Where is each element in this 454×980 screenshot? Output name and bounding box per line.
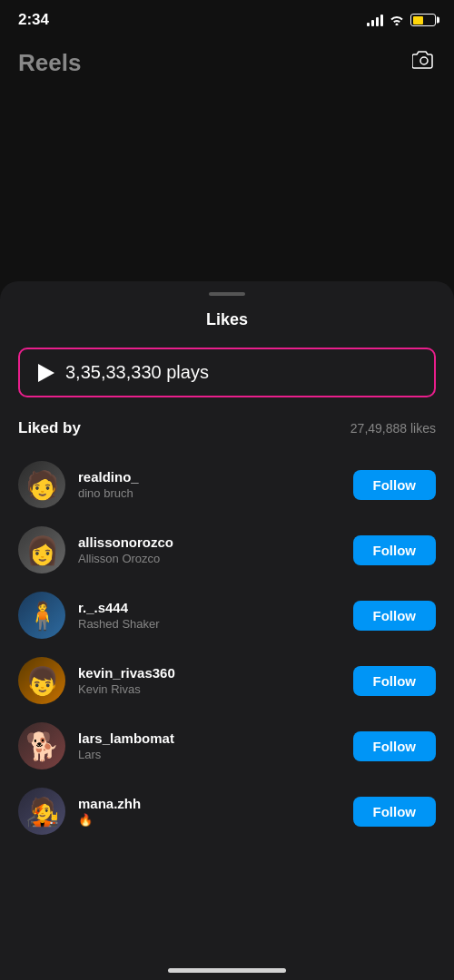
full-name: Rashed Shaker (78, 617, 340, 631)
plays-count: 3,35,33,330 plays (65, 362, 209, 383)
likes-count: 27,49,888 likes (350, 421, 436, 436)
follow-button[interactable]: Follow (353, 470, 437, 500)
page-title: Reels (18, 49, 81, 77)
follow-button[interactable]: Follow (353, 731, 437, 761)
follow-button[interactable]: Follow (353, 601, 437, 631)
list-item: realdino_ dino bruch Follow (0, 452, 454, 517)
camera-icon[interactable] (412, 50, 436, 75)
username: realdino_ (78, 469, 340, 485)
username: kevin_rivas360 (78, 665, 340, 681)
list-item: mana.zhh 🔥 Follow (0, 779, 454, 844)
username: mana.zhh (78, 796, 340, 811)
bottom-sheet: Likes 3,35,33,330 plays Liked by 27,49,8… (0, 281, 454, 980)
username: allissonorozco (78, 534, 340, 550)
full-name: dino bruch (78, 486, 340, 500)
avatar (18, 461, 65, 508)
full-name: Kevin Rivas (78, 682, 340, 696)
avatar (18, 657, 65, 704)
avatar (18, 526, 65, 573)
user-info: allissonorozco Allisson Orozco (78, 534, 340, 565)
user-info: r._.s444 Rashed Shaker (78, 600, 340, 631)
signal-icon (367, 14, 383, 26)
top-bar: Reels (0, 40, 454, 85)
status-icons (367, 13, 436, 28)
user-info: lars_lambomat Lars (78, 730, 340, 761)
svg-point-0 (420, 57, 428, 64)
user-info: mana.zhh 🔥 (78, 796, 340, 827)
wifi-icon (389, 13, 405, 28)
username: lars_lambomat (78, 730, 340, 746)
user-info: kevin_rivas360 Kevin Rivas (78, 665, 340, 696)
avatar (18, 788, 65, 835)
avatar (18, 592, 65, 639)
follow-button[interactable]: Follow (353, 535, 437, 565)
username: r._.s444 (78, 600, 340, 615)
liked-by-row: Liked by 27,49,888 likes (0, 419, 454, 452)
full-name: Lars (78, 748, 340, 761)
list-item: kevin_rivas360 Kevin Rivas Follow (0, 648, 454, 713)
avatar (18, 722, 65, 769)
battery-icon (410, 14, 436, 26)
full-name: 🔥 (78, 813, 340, 827)
status-bar: 2:34 (0, 0, 454, 40)
liked-by-label: Liked by (18, 419, 81, 437)
user-info: realdino_ dino bruch (78, 469, 340, 500)
play-icon (38, 364, 54, 382)
follow-button[interactable]: Follow (353, 666, 437, 696)
list-item: lars_lambomat Lars Follow (0, 713, 454, 779)
follow-button[interactable]: Follow (353, 797, 437, 827)
status-time: 2:34 (18, 11, 49, 29)
home-indicator (168, 968, 286, 973)
drag-handle[interactable] (209, 292, 245, 296)
list-item: r._.s444 Rashed Shaker Follow (0, 583, 454, 648)
sheet-title: Likes (0, 310, 454, 329)
plays-box: 3,35,33,330 plays (18, 348, 436, 397)
full-name: Allisson Orozco (78, 552, 340, 565)
list-item: allissonorozco Allisson Orozco Follow (0, 517, 454, 583)
user-list: realdino_ dino bruch Follow allissonoroz… (0, 452, 454, 844)
